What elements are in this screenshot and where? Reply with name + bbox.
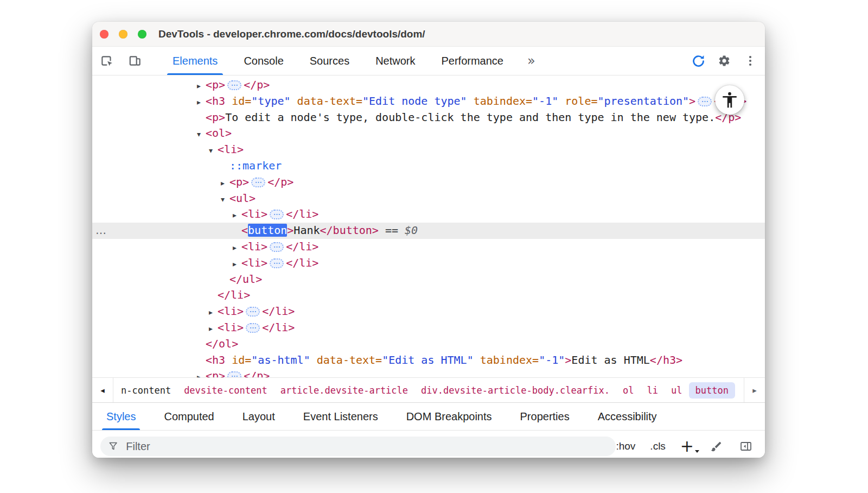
more-options-kebab-icon[interactable] xyxy=(740,50,761,71)
minimize-button[interactable] xyxy=(119,30,127,39)
tab-sources[interactable]: Sources xyxy=(297,47,362,75)
code-val: "type" xyxy=(251,94,290,108)
breadcrumb-item-article-devsite-article[interactable]: article.devsite-article xyxy=(274,382,414,399)
breadcrumb-item-li[interactable]: li xyxy=(641,382,665,399)
dom-tree-row[interactable]: ▸<p>⋯</p> xyxy=(92,174,765,191)
disclosure-collapsed-icon[interactable]: ▸ xyxy=(233,207,241,224)
breadcrumb-scroll-right-icon[interactable]: ▸ xyxy=(744,378,765,402)
settings-icon[interactable] xyxy=(714,50,735,71)
dom-tree-row[interactable]: ▸<p>⋯</p> xyxy=(92,368,765,377)
dom-tree-row[interactable]: ▾<ol> xyxy=(92,125,765,142)
code-tag: </ol> xyxy=(206,337,238,350)
dom-tree-row[interactable]: ▸<h3 id="type" data-text="Edit node type… xyxy=(92,93,765,110)
code-tag: > xyxy=(565,353,571,366)
breadcrumb-item-n-content[interactable]: n-content xyxy=(114,382,177,399)
code-attr: id= xyxy=(225,353,251,366)
device-toolbar-icon[interactable] xyxy=(125,50,145,71)
disclosure-collapsed-icon[interactable]: ▸ xyxy=(233,256,241,273)
code-eq: == xyxy=(379,224,405,237)
dom-tree-row[interactable]: ▸<li>⋯</li> xyxy=(92,304,765,320)
tab-performance[interactable]: Performance xyxy=(429,47,517,75)
breadcrumb: n-contentdevsite-contentarticle.devsite-… xyxy=(113,378,736,402)
row-more-actions-icon[interactable]: … xyxy=(95,223,106,239)
expand-inline-icon[interactable]: ⋯ xyxy=(270,258,284,268)
tab-elements[interactable]: Elements xyxy=(159,47,231,75)
dom-tree-row[interactable]: ▾<li> xyxy=(92,142,765,158)
tab-dom-breakpoints[interactable]: DOM Breakpoints xyxy=(392,403,506,430)
dom-tree-row[interactable]: ▸<p>⋯</p> xyxy=(92,77,765,93)
code-hl: button xyxy=(248,224,287,237)
disclosure-collapsed-icon[interactable]: ▸ xyxy=(197,94,206,111)
tab-properties[interactable]: Properties xyxy=(506,403,584,430)
code-tag: <p> xyxy=(229,175,249,188)
tab-computed[interactable]: Computed xyxy=(150,403,228,430)
dom-tree-row[interactable]: </ol> xyxy=(92,336,765,352)
breadcrumb-item-ol[interactable]: ol xyxy=(616,382,640,399)
breadcrumb-scroll-left-icon[interactable]: ◂ xyxy=(92,378,113,402)
inspect-icon[interactable] xyxy=(97,50,117,71)
dom-tree-row[interactable]: ▸<li>⋯</li> xyxy=(92,206,765,223)
disclosure-collapsed-icon[interactable]: ▸ xyxy=(233,240,241,256)
expand-inline-icon[interactable]: ⋯ xyxy=(270,242,284,252)
expand-inline-icon[interactable]: ⋯ xyxy=(251,178,265,187)
expand-inline-icon[interactable]: ⋯ xyxy=(698,97,712,106)
tab-layout[interactable]: Layout xyxy=(228,403,289,430)
expand-inline-icon[interactable]: ⋯ xyxy=(246,323,260,333)
breadcrumb-item-ul[interactable]: ul xyxy=(665,382,688,399)
accessibility-cursor-icon xyxy=(715,85,744,115)
expand-inline-icon[interactable]: ⋯ xyxy=(227,80,241,90)
expand-inline-icon[interactable]: ⋯ xyxy=(270,210,284,219)
styles-filter-field[interactable] xyxy=(100,437,616,456)
dropdown-caret-icon xyxy=(695,450,699,453)
more-tabs-icon[interactable]: » xyxy=(522,47,541,75)
tab-event-listeners[interactable]: Event Listeners xyxy=(289,403,392,430)
dom-tree-row[interactable]: ::marker xyxy=(92,158,765,174)
code-tag: <p> xyxy=(206,111,225,124)
breadcrumb-item-devsite-content[interactable]: devsite-content xyxy=(177,382,274,399)
disclosure-collapsed-icon[interactable]: ▸ xyxy=(209,305,218,321)
dom-tree-row[interactable]: ▾<ul> xyxy=(92,191,765,207)
code-tag: <ol> xyxy=(206,127,232,140)
dom-tree-row[interactable]: <p>To edit a node's type, double-click t… xyxy=(92,110,765,126)
breadcrumb-item-div-devsite-article-body-clearfix[interactable]: div.devsite-article-body.clearfix. xyxy=(414,382,616,399)
dom-tree-row[interactable]: <h3 id="as-html" data-text="Edit as HTML… xyxy=(92,352,765,369)
code-tag: </p> xyxy=(244,78,270,91)
code-text: Edit as HTML xyxy=(571,353,650,366)
toggle-element-state-button[interactable]: :hov xyxy=(616,440,635,452)
styles-toolbar-buttons: :hov .cls + xyxy=(616,439,757,454)
tab-console[interactable]: Console xyxy=(231,47,296,75)
dom-tree-row[interactable]: ▸<li>⋯</li> xyxy=(92,255,765,271)
tab-accessibility[interactable]: Accessibility xyxy=(584,403,671,430)
code-val: "Edit node type" xyxy=(362,94,467,108)
disclosure-expanded-icon[interactable]: ▾ xyxy=(221,192,229,208)
reload-icon[interactable] xyxy=(688,50,709,71)
titlebar: DevTools - developer.chrome.com/docs/dev… xyxy=(92,22,765,47)
disclosure-expanded-icon[interactable]: ▾ xyxy=(209,143,218,159)
dom-tree-row[interactable]: </ul> xyxy=(92,271,765,288)
code-val: "Edit as HTML" xyxy=(382,353,474,366)
code-text: Hank xyxy=(293,224,320,237)
breadcrumb-item-button[interactable]: button xyxy=(689,382,735,399)
close-button[interactable] xyxy=(100,30,108,39)
dom-tree-row[interactable]: </li> xyxy=(92,287,765,304)
disclosure-collapsed-icon[interactable]: ▸ xyxy=(209,321,218,337)
new-style-rule-button[interactable]: + xyxy=(680,441,694,452)
dom-tree-row[interactable]: …<button>Hank</button> == $0 xyxy=(92,223,765,239)
code-tag: <li> xyxy=(241,240,267,253)
toolbar-right-icons xyxy=(688,47,765,75)
brush-icon[interactable] xyxy=(709,439,724,454)
element-classes-button[interactable]: .cls xyxy=(650,440,666,452)
dom-tree-row[interactable]: ▸<li>⋯</li> xyxy=(92,239,765,255)
toggle-sidebar-icon[interactable] xyxy=(738,439,754,454)
dom-tree-row[interactable]: ▸<li>⋯</li> xyxy=(92,320,765,336)
disclosure-collapsed-icon[interactable]: ▸ xyxy=(197,369,206,377)
tab-styles[interactable]: Styles xyxy=(92,403,150,430)
disclosure-expanded-icon[interactable]: ▾ xyxy=(197,127,206,143)
disclosure-collapsed-icon[interactable]: ▸ xyxy=(221,175,229,192)
zoom-button[interactable] xyxy=(138,30,146,39)
expand-inline-icon[interactable]: ⋯ xyxy=(246,307,260,317)
expand-inline-icon[interactable]: ⋯ xyxy=(227,371,241,377)
disclosure-collapsed-icon[interactable]: ▸ xyxy=(197,78,206,94)
styles-filter-input[interactable] xyxy=(125,440,608,453)
tab-network[interactable]: Network xyxy=(362,47,428,75)
